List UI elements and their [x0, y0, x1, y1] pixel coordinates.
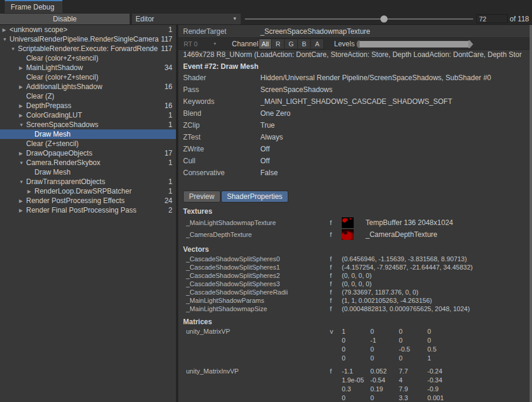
texture-name: _MainLightShadowmapTexture — [178, 219, 330, 226]
tree-item[interactable]: Clear (color+Z+stencil) — [0, 72, 176, 82]
event-property-row: PassScreenSpaceShadows — [178, 84, 530, 96]
matrix-cell: 0.052 — [370, 367, 399, 376]
vector-flag: f — [330, 289, 342, 296]
foldout-open-icon[interactable]: ▼ — [19, 179, 26, 185]
foldout-open-icon[interactable]: ▼ — [19, 160, 26, 166]
texture-flag: f — [330, 219, 342, 226]
tree-item-count: 17 — [165, 149, 172, 157]
tree-item[interactable]: ▶DepthPrepass16 — [0, 101, 176, 110]
matrix-cell: 0 — [370, 354, 399, 363]
tree-item-label: Clear (Z+stencil) — [26, 140, 170, 148]
matrix-cell: -0.5 — [399, 345, 427, 354]
matrix-cell: 0 — [399, 354, 427, 363]
tree-item[interactable]: ▼DrawTransparentObjects1 — [0, 177, 176, 186]
frame-slider-handle[interactable] — [380, 15, 388, 23]
tree-item-count: 16 — [165, 83, 172, 91]
tree-item[interactable]: ▶MainLightShadow34 — [0, 63, 176, 72]
tab-preview[interactable]: Preview — [183, 191, 221, 202]
disable-button[interactable]: Disable — [0, 14, 130, 24]
foldout-closed-icon[interactable]: ▶ — [19, 198, 26, 204]
levels-range-slider[interactable] — [357, 40, 473, 48]
render-target-value: _ScreenSpaceShadowmapTexture — [260, 27, 370, 36]
tab-shaderproperties[interactable]: ShaderProperties — [221, 191, 288, 202]
tree-item[interactable]: ▼Camera.RenderSkybox1 — [0, 158, 176, 167]
event-property-row: ZTestAlways — [178, 131, 530, 143]
foldout-open-icon[interactable]: ▼ — [2, 37, 10, 42]
tree-item[interactable]: Draw Mesh — [0, 167, 176, 177]
rt-index-dropdown[interactable]: RT 0 ▼ — [181, 39, 218, 49]
tree-item-label: Clear (color+Z+stencil) — [26, 54, 170, 62]
event-property-row: Keywords_MAIN_LIGHT_SHADOWS_CASCADE _SHA… — [178, 96, 530, 107]
frame-number-input[interactable] — [476, 14, 508, 23]
tree-item[interactable]: Clear (color+Z+stencil) — [0, 53, 176, 63]
tree-item-label: ScriptableRenderer.Execute: ForwardRende — [18, 45, 159, 53]
tree-item[interactable]: ▼ScreenSpaceShadows1 — [0, 120, 176, 129]
channel-button-r[interactable]: R — [272, 39, 285, 49]
foldout-closed-icon[interactable]: ▶ — [19, 151, 26, 156]
event-tree: ▶<unknown scope>1▼UniversalRenderPipelin… — [0, 25, 176, 402]
textures-section-header: Textures — [183, 207, 530, 216]
chevron-down-icon: ▼ — [213, 42, 217, 46]
texture-thumbnail[interactable] — [342, 229, 354, 240]
detail-scrollbar-thumb[interactable] — [530, 25, 532, 402]
frame-total-label: of 118 — [510, 15, 529, 23]
tree-item-label: DrawOpaqueObjects — [26, 149, 162, 157]
levels-max-handle[interactable] — [468, 40, 473, 48]
tree-item-label: DepthPrepass — [26, 102, 162, 110]
vectors-section-header: Vectors — [183, 245, 530, 254]
matrix-cell: 0 — [399, 336, 427, 345]
matrix-cell: 7.9 — [399, 385, 427, 394]
property-label: ZClip — [183, 121, 260, 129]
channel-button-all[interactable]: All — [259, 39, 272, 49]
tree-item-label: ScreenSpaceShadows — [26, 121, 166, 129]
foldout-closed-icon[interactable]: ▶ — [19, 103, 26, 109]
property-label: Keywords — [183, 97, 260, 106]
tree-item[interactable]: ▶Render Final PostProcessing Pass2 — [0, 205, 176, 215]
event-property-row: ConservativeFalse — [178, 167, 530, 179]
texture-thumbnail[interactable] — [342, 217, 354, 228]
vectors-section: _CascadeShadowSplitSpheres0f(0.6456946, … — [178, 255, 530, 313]
channel-button-b[interactable]: B — [298, 39, 311, 49]
foldout-closed-icon[interactable]: ▶ — [19, 208, 26, 213]
vector-flag: f — [330, 280, 342, 287]
tree-item-count: 117 — [161, 45, 172, 53]
matrix-cell: 1 — [427, 354, 456, 363]
tree-item[interactable]: Clear (Z) — [0, 91, 176, 101]
tree-item[interactable]: ▼ScriptableRenderer.Execute: ForwardRend… — [0, 44, 176, 53]
foldout-closed-icon[interactable]: ▶ — [2, 27, 10, 33]
tree-item-label: Render Final PostProcessing Pass — [26, 206, 166, 214]
foldout-open-icon[interactable]: ▼ — [11, 46, 18, 52]
matrix-row: unity_MatrixInvVPf-1.10.0527.7-0.241.9e-… — [178, 367, 530, 402]
detail-scrollbar[interactable] — [530, 25, 532, 402]
capture-target-dropdown[interactable]: Editor ▼ — [132, 14, 241, 24]
vector-flag: f — [330, 264, 342, 271]
tree-item-label: RenderLoop.DrawSRPBatcher — [34, 187, 166, 195]
tree-item[interactable]: ▶AdditionalLightsShadow16 — [0, 82, 176, 91]
frame-slider[interactable] — [245, 13, 473, 25]
channel-button-g[interactable]: G — [285, 39, 298, 49]
tree-item[interactable]: Clear (Z+stencil) — [0, 139, 176, 148]
foldout-closed-icon[interactable]: ▶ — [19, 65, 26, 71]
levels-range-bar[interactable] — [360, 41, 468, 48]
tree-item[interactable]: ▶<unknown scope>1 — [0, 25, 176, 34]
tree-item-count: 1 — [168, 159, 172, 167]
tree-item-label: Draw Mesh — [34, 130, 170, 138]
matrix-row: unity_MatrixVPv10000-10000-0.50.50001 — [178, 327, 530, 363]
foldout-closed-icon[interactable]: ▶ — [19, 84, 26, 90]
foldout-open-icon[interactable]: ▼ — [19, 122, 26, 128]
vector-flag: f — [330, 255, 342, 262]
tree-item[interactable]: ▼UniversalRenderPipeline.RenderSingleCam… — [0, 34, 176, 44]
tree-item[interactable]: ▶DrawOpaqueObjects17 — [0, 148, 176, 158]
foldout-closed-icon[interactable]: ▶ — [27, 189, 34, 194]
matrix-values: -1.10.0527.7-0.241.9e-05-0.544-0.340.30.… — [342, 367, 456, 402]
tree-item[interactable]: ▶Render PostProcessing Effects24 — [0, 196, 176, 205]
tree-item[interactable]: Draw Mesh — [0, 129, 176, 139]
frame-slider-track[interactable] — [245, 18, 473, 20]
vector-name: _CascadeShadowSplitSpheres0 — [178, 255, 330, 262]
render-target-label: RenderTarget — [183, 27, 260, 36]
tab-frame-debug[interactable]: Frame Debug — [5, 0, 62, 13]
foldout-closed-icon[interactable]: ▶ — [19, 113, 26, 118]
tree-item[interactable]: ▶RenderLoop.DrawSRPBatcher1 — [0, 186, 176, 196]
channel-button-a[interactable]: A — [311, 39, 324, 49]
tree-item[interactable]: ▶ColorGradingLUT1 — [0, 110, 176, 120]
